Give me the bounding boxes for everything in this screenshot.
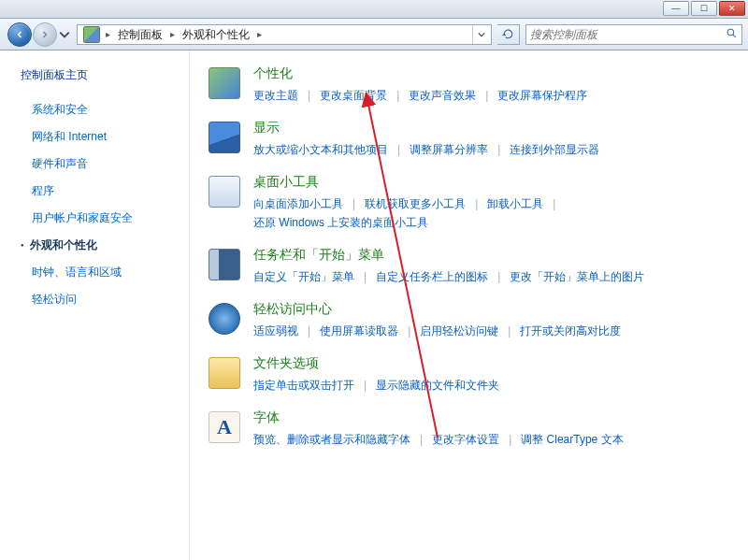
window-buttons: — ☐ ✕	[663, 1, 745, 16]
category-tasks: 更改主题|更改桌面背景|更改声音效果|更改屏幕保护程序	[253, 86, 726, 105]
address-dropdown-button[interactable]	[472, 25, 489, 44]
category-body: 显示放大或缩小文本和其他项目|调整屏幕分辨率|连接到外部显示器	[253, 120, 726, 159]
task-link[interactable]: 预览、删除或者显示和隐藏字体	[253, 430, 410, 449]
sidebar-item[interactable]: 硬件和声音	[21, 151, 178, 178]
breadcrumb-sep[interactable]: ▸	[168, 29, 177, 39]
task-separator: |	[485, 86, 488, 105]
refresh-button[interactable]	[497, 24, 520, 45]
sidebar-item[interactable]: 时钟、语言和区域	[21, 259, 178, 286]
task-link[interactable]: 打开或关闭高对比度	[520, 322, 621, 340]
task-link[interactable]: 指定单击或双击打开	[253, 376, 354, 395]
category-title[interactable]: 文件夹选项	[253, 355, 726, 372]
task-link[interactable]: 放大或缩小文本和其他项目	[253, 140, 388, 159]
search-box[interactable]	[525, 24, 742, 45]
display-icon[interactable]	[209, 122, 240, 153]
task-link[interactable]: 显示隐藏的文件和文件夹	[376, 376, 499, 395]
task-link[interactable]: 自定义「开始」菜单	[253, 267, 354, 286]
sidebar-item[interactable]: 轻松访问	[21, 286, 178, 313]
sidebar: 控制面板主页 系统和安全网络和 Internet硬件和声音程序用户帐户和家庭安全…	[0, 50, 190, 560]
sidebar-item[interactable]: 程序	[21, 178, 178, 205]
personalize-icon[interactable]	[209, 67, 240, 99]
taskbar-icon[interactable]	[209, 249, 240, 280]
breadcrumb-item[interactable]: 外观和个性化	[177, 25, 255, 44]
category-body: 轻松访问中心适应弱视|使用屏幕读取器|启用轻松访问键|打开或关闭高对比度	[253, 301, 726, 340]
search-icon[interactable]	[726, 27, 738, 42]
task-separator: |	[553, 194, 555, 213]
task-separator: |	[397, 140, 400, 159]
category-title[interactable]: 轻松访问中心	[253, 301, 726, 318]
breadcrumb-sep[interactable]: ▸	[255, 29, 264, 39]
category-title[interactable]: 显示	[253, 120, 726, 136]
nav-history	[7, 22, 71, 47]
task-link[interactable]: 使用屏幕读取器	[320, 322, 398, 340]
task-link[interactable]: 更改「开始」菜单上的图片	[510, 267, 644, 286]
task-link[interactable]: 调整 ClearType 文本	[521, 430, 623, 449]
arrow-left-icon	[14, 29, 25, 40]
category-body: 字体预览、删除或者显示和隐藏字体|更改字体设置|调整 ClearType 文本	[253, 409, 726, 449]
task-link[interactable]: 自定义任务栏上的图标	[376, 267, 488, 286]
gadgets-icon[interactable]	[209, 176, 240, 208]
task-link[interactable]: 连接到外部显示器	[510, 140, 599, 159]
task-link[interactable]: 更改桌面背景	[320, 86, 387, 105]
task-separator: |	[420, 430, 423, 449]
sidebar-title[interactable]: 控制面板主页	[21, 67, 178, 83]
task-link[interactable]: 更改屏幕保护程序	[497, 86, 587, 105]
category: 桌面小工具向桌面添加小工具|联机获取更多小工具|卸载小工具|还原 Windows…	[209, 174, 726, 232]
fonts-icon[interactable]: A	[209, 411, 240, 443]
category-body: 任务栏和「开始」菜单自定义「开始」菜单|自定义任务栏上的图标|更改「开始」菜单上…	[253, 247, 726, 286]
task-separator: |	[364, 376, 367, 395]
title-bar: — ☐ ✕	[0, 0, 748, 19]
category: A字体预览、删除或者显示和隐藏字体|更改字体设置|调整 ClearType 文本	[209, 409, 726, 449]
address-bar[interactable]: ▸ 控制面板 ▸ 外观和个性化 ▸	[77, 24, 492, 45]
task-link[interactable]: 联机获取更多小工具	[365, 194, 466, 213]
svg-point-0	[727, 29, 734, 36]
content-area: 个性化更改主题|更改桌面背景|更改声音效果|更改屏幕保护程序显示放大或缩小文本和…	[190, 50, 748, 560]
forward-button[interactable]	[33, 22, 57, 47]
category-title[interactable]: 个性化	[253, 65, 726, 82]
category-title[interactable]: 任务栏和「开始」菜单	[253, 247, 726, 264]
task-separator: |	[475, 194, 478, 213]
ease-icon[interactable]	[209, 303, 240, 335]
task-link[interactable]: 更改声音效果	[409, 86, 476, 105]
category-title[interactable]: 桌面小工具	[253, 174, 726, 191]
arrow-right-icon	[39, 29, 50, 40]
task-link[interactable]: 更改字体设置	[432, 430, 499, 449]
chevron-down-icon	[478, 31, 485, 38]
navigation-bar: ▸ 控制面板 ▸ 外观和个性化 ▸	[0, 19, 748, 50]
sidebar-item[interactable]: 网络和 Internet	[21, 123, 178, 151]
task-link[interactable]: 还原 Windows 上安装的桌面小工具	[253, 213, 428, 232]
minimize-button[interactable]: —	[663, 1, 689, 16]
sidebar-item[interactable]: 用户帐户和家庭安全	[21, 205, 178, 232]
back-button[interactable]	[7, 22, 32, 47]
category-body: 个性化更改主题|更改桌面背景|更改声音效果|更改屏幕保护程序	[253, 65, 726, 105]
breadcrumb-item[interactable]: 控制面板	[112, 25, 168, 44]
sidebar-item[interactable]: 外观和个性化	[21, 232, 178, 259]
task-separator: |	[508, 322, 511, 340]
folder-icon[interactable]	[209, 357, 240, 389]
history-dropdown-button[interactable]	[58, 26, 71, 43]
task-separator: |	[497, 267, 500, 286]
category-tasks: 向桌面添加小工具|联机获取更多小工具|卸载小工具|还原 Windows 上安装的…	[253, 194, 726, 232]
body: 控制面板主页 系统和安全网络和 Internet硬件和声音程序用户帐户和家庭安全…	[0, 50, 748, 560]
task-link[interactable]: 更改主题	[253, 86, 298, 105]
breadcrumb-sep[interactable]: ▸	[104, 29, 112, 39]
task-link[interactable]: 启用轻松访问键	[420, 322, 498, 340]
task-link[interactable]: 调整屏幕分辨率	[410, 140, 488, 159]
sidebar-item[interactable]: 系统和安全	[21, 96, 178, 123]
task-separator: |	[308, 86, 310, 105]
category-title[interactable]: 字体	[253, 409, 726, 426]
close-button[interactable]: ✕	[719, 1, 745, 16]
task-link[interactable]: 适应弱视	[253, 322, 298, 340]
task-separator: |	[509, 430, 511, 449]
sidebar-list: 系统和安全网络和 Internet硬件和声音程序用户帐户和家庭安全外观和个性化时…	[21, 96, 178, 313]
task-separator: |	[352, 194, 355, 213]
category: 显示放大或缩小文本和其他项目|调整屏幕分辨率|连接到外部显示器	[209, 120, 726, 159]
task-separator: |	[497, 140, 500, 159]
breadcrumb: ▸ 控制面板 ▸ 外观和个性化 ▸	[104, 25, 472, 44]
category-body: 桌面小工具向桌面添加小工具|联机获取更多小工具|卸载小工具|还原 Windows…	[253, 174, 726, 232]
maximize-button[interactable]: ☐	[691, 1, 717, 16]
task-link[interactable]: 卸载小工具	[487, 194, 543, 213]
task-link[interactable]: 向桌面添加小工具	[253, 194, 343, 213]
search-input[interactable]	[530, 28, 726, 41]
control-panel-icon	[83, 26, 100, 43]
